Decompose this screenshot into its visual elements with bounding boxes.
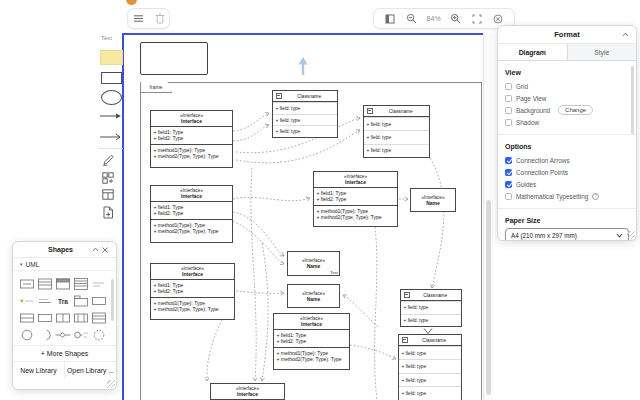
- shape-thumbnail-underline[interactable]: [37, 294, 53, 307]
- frame-label: frame: [140, 82, 172, 93]
- zoom-level[interactable]: 84%: [425, 15, 443, 22]
- shape-thumbnail-split-box[interactable]: [55, 311, 71, 324]
- collapse-icon[interactable]: [367, 108, 374, 115]
- uml-interface-node[interactable]: «Interface»Interface + field1: Type+ fie…: [150, 263, 235, 320]
- option-row-connection-points: Connection Points: [498, 166, 636, 178]
- divider: [498, 134, 636, 135]
- uml-class-node[interactable]: Classname+ field: type+ field: type+ fie…: [398, 334, 462, 400]
- shape-thumbnail-class2[interactable]: [91, 311, 107, 324]
- shape-thumbnail-dashed-circle[interactable]: [91, 328, 107, 341]
- shape-thumbnail-hline-box[interactable]: [19, 311, 35, 324]
- paper-size-select[interactable]: A4 (210 mm x 297 mm): [505, 228, 629, 241]
- open-arrow-tool[interactable]: [99, 132, 122, 142]
- uml-interface-node[interactable]: «Interface»Interface + field1: Type+ fie…: [150, 110, 233, 168]
- canvas-scrollbar[interactable]: [483, 33, 493, 400]
- canvas[interactable]: frame «Interface»Interface + field1: Typ…: [122, 33, 483, 400]
- canvas-scrollbar-thumb[interactable]: [486, 200, 491, 395]
- shapes-section-uml[interactable]: ▾ UML: [13, 258, 116, 271]
- uml-class-node[interactable]: Classname+ field: type+ field: type+ fie…: [363, 105, 430, 158]
- canvas-top-edge: [122, 33, 483, 35]
- checkbox-connection-points[interactable]: [505, 169, 512, 176]
- uml-class-node[interactable]: Classname+ field: type+ field: type: [400, 289, 462, 327]
- rectangle-tool[interactable]: [101, 72, 122, 84]
- help-icon[interactable]: ?: [592, 193, 599, 200]
- collapse-icon[interactable]: [90, 244, 100, 256]
- uml-interface-name-node[interactable]: «Interface»Name: [287, 284, 340, 308]
- zoom-in-icon[interactable]: [447, 11, 464, 26]
- shape-thumbnail-box-label[interactable]: [19, 277, 35, 290]
- resize-grip[interactable]: [107, 380, 115, 388]
- option-row-guides: Guides: [498, 178, 636, 190]
- option-row-connection-arrows: Connection Arrows: [498, 154, 636, 166]
- tab-style[interactable]: Style: [568, 44, 637, 60]
- text-tool[interactable]: Text: [101, 35, 112, 41]
- shape-thumbnail-diamond-link[interactable]: [55, 328, 71, 341]
- shape-thumbnail-list3[interactable]: [73, 277, 89, 290]
- checkbox-connection-arrows[interactable]: [505, 157, 512, 164]
- new-library-button[interactable]: New Library: [13, 362, 64, 378]
- shape-thumbnail-plain-box[interactable]: [37, 311, 53, 324]
- checkbox-label: Connection Arrows: [516, 157, 570, 164]
- checkbox-grid[interactable]: [505, 83, 512, 90]
- collapse-icon[interactable]: [402, 337, 409, 344]
- uml-interface-node[interactable]: «Interface»Interface + field1: Type+ fie…: [273, 313, 350, 370]
- shape-thumbnail-dark-header[interactable]: [55, 277, 71, 290]
- shapes-panel-title: Shapes: [19, 246, 90, 253]
- empty-rectangle-shape[interactable]: [140, 42, 208, 75]
- checkbox-label: Guides: [516, 181, 536, 188]
- zoom-out-icon[interactable]: [403, 11, 420, 26]
- uml-interface-node[interactable]: «Interface»Interface + field1: Type+ fie…: [313, 171, 398, 227]
- checkbox-mathematical-typesetting[interactable]: [505, 193, 512, 200]
- uml-interface-name-node[interactable]: «Interface»NameText: [287, 251, 340, 276]
- shape-thumbnail-circle[interactable]: [19, 328, 35, 341]
- shapes-scrollbar-thumb[interactable]: [111, 279, 114, 321]
- checkbox-shadow[interactable]: [505, 119, 512, 126]
- checkbox-guides[interactable]: [505, 181, 512, 188]
- collapse-panel-icon[interactable]: [620, 29, 630, 41]
- shapes-tool[interactable]: [102, 172, 114, 184]
- uml-interface-name-node[interactable]: «Interface»Name: [410, 188, 456, 212]
- shape-thumbnail-arc[interactable]: [37, 328, 53, 341]
- close-icon[interactable]: [100, 244, 110, 256]
- shape-thumbnail-band-box[interactable]: [73, 311, 89, 324]
- option-row-mathematical-typesetting: Mathematical Typesetting?: [498, 190, 636, 202]
- checkbox-background[interactable]: [505, 107, 512, 114]
- delete-icon[interactable]: [152, 11, 168, 26]
- shape-grid: Tra: [13, 271, 116, 345]
- insert-page-icon[interactable]: [103, 206, 114, 219]
- checkbox-label: Mathematical Typesetting: [516, 193, 588, 200]
- freehand-tool[interactable]: [102, 153, 115, 166]
- sticky-note-tool[interactable]: [100, 50, 123, 65]
- exit-icon[interactable]: [490, 11, 506, 26]
- uml-interface-node[interactable]: «Interface»Interface + field1: Type+ fie…: [150, 185, 233, 243]
- checkbox-page-view[interactable]: [505, 95, 512, 102]
- shape-thumbnail-tab-box[interactable]: [73, 294, 89, 307]
- change-button[interactable]: Change: [558, 105, 593, 115]
- outline-icon[interactable]: [382, 11, 398, 26]
- resize-grip[interactable]: [627, 231, 635, 239]
- uml-class-node[interactable]: Classname+ field: type+ field: type+ fie…: [272, 90, 338, 138]
- paper-size-value: A4 (210 mm x 297 mm): [511, 232, 577, 239]
- shape-thumbnail-class2[interactable]: [37, 277, 53, 290]
- shape-thumbnail-lollipop[interactable]: [73, 328, 89, 341]
- toolbar-left: [127, 8, 170, 29]
- shape-thumbnail-plain-box[interactable]: [91, 294, 107, 307]
- more-shapes-button[interactable]: + More Shapes: [13, 345, 116, 361]
- open-library-button[interactable]: Open Library ...: [64, 362, 116, 378]
- shape-thumbnail-textline[interactable]: [91, 277, 107, 290]
- collapse-icon[interactable]: [276, 93, 283, 100]
- paper-size-title: Paper Size: [498, 217, 636, 224]
- shapes-section-label: UML: [26, 261, 40, 268]
- ellipse-tool[interactable]: [101, 90, 122, 105]
- collapse-icon[interactable]: [404, 292, 411, 299]
- arrow-tool[interactable]: [99, 111, 122, 121]
- shape-thumbnail-attr-dot[interactable]: [19, 294, 35, 307]
- fullscreen-icon[interactable]: [469, 11, 485, 26]
- shape-thumbnail-text[interactable]: Tra: [55, 294, 71, 307]
- table-tool[interactable]: [102, 189, 114, 200]
- svg-text:Tra: Tra: [58, 297, 68, 304]
- uml-interface-node[interactable]: «Interface»Interface + field1: Type+ fie…: [210, 383, 285, 400]
- format-scrollbar-thumb[interactable]: [631, 66, 634, 134]
- menu-icon[interactable]: [130, 11, 147, 26]
- tab-diagram[interactable]: Diagram: [498, 44, 568, 60]
